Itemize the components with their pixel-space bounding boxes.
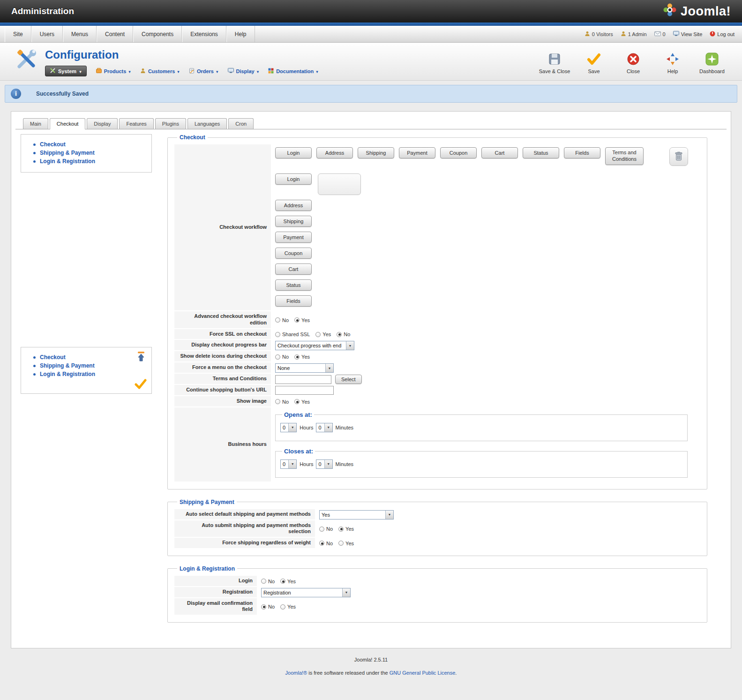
- sidebar-link-login-registration-2[interactable]: Login & Registration: [40, 371, 148, 377]
- sidebar-link-login-registration[interactable]: Login & Registration: [40, 158, 148, 165]
- opens-minutes-select[interactable]: 0: [316, 423, 332, 432]
- dashboard-button[interactable]: Dashboard: [694, 50, 730, 76]
- radio-icon[interactable]: [319, 541, 324, 546]
- radio-icon[interactable]: [261, 604, 266, 610]
- step-button-address[interactable]: Address: [316, 147, 353, 158]
- radio-icon[interactable]: [275, 332, 280, 337]
- tab-languages[interactable]: Languages: [187, 118, 227, 129]
- radio-option-yes[interactable]: Yes: [294, 317, 310, 323]
- closes-hours-select[interactable]: 0: [280, 459, 297, 469]
- tab-cron[interactable]: Cron: [228, 118, 254, 129]
- workflow-step-address[interactable]: Address: [275, 200, 312, 211]
- force-menu-select[interactable]: None: [275, 363, 334, 373]
- dropdown-arrow-icon[interactable]: [324, 423, 332, 432]
- logout-link[interactable]: Log out: [710, 31, 735, 38]
- registration-select[interactable]: Registration: [261, 588, 351, 597]
- radio-option-yes[interactable]: Yes: [294, 399, 310, 405]
- radio-option-shared-ssl[interactable]: Shared SSL: [275, 331, 310, 337]
- tab-main[interactable]: Main: [23, 118, 48, 129]
- radio-option-no[interactable]: No: [337, 331, 350, 337]
- terms-input[interactable]: [275, 375, 331, 384]
- workflow-step-login[interactable]: Login: [275, 173, 312, 185]
- step-button-terms-and-conditions[interactable]: Terms and Conditions: [605, 147, 644, 165]
- tab-checkout[interactable]: Checkout: [50, 118, 85, 129]
- dropdown-arrow-icon[interactable]: [342, 588, 350, 597]
- radio-option-yes[interactable]: Yes: [338, 526, 354, 532]
- menu-item-site[interactable]: Site: [5, 26, 31, 42]
- dropdown-arrow-icon[interactable]: [288, 423, 296, 432]
- sidebar-link-shipping-payment[interactable]: Shipping & Payment: [40, 150, 148, 156]
- radio-option-yes[interactable]: Yes: [294, 354, 310, 360]
- radio-icon[interactable]: [319, 527, 324, 532]
- close-button[interactable]: Close: [615, 50, 651, 76]
- workflow-step-payment[interactable]: Payment: [275, 232, 312, 243]
- menu-item-content[interactable]: Content: [97, 26, 133, 42]
- sidebar-link-checkout[interactable]: Checkout: [40, 141, 148, 148]
- tab-features[interactable]: Features: [119, 118, 153, 129]
- dropdown-arrow-icon[interactable]: [325, 364, 333, 372]
- radio-icon[interactable]: [294, 399, 300, 404]
- tab-plugins[interactable]: Plugins: [155, 118, 186, 129]
- closes-minutes-select[interactable]: 0: [316, 459, 332, 469]
- menu-item-menus[interactable]: Menus: [63, 26, 97, 42]
- sidebar-link-checkout-2[interactable]: Checkout: [40, 354, 148, 361]
- system-menu-button[interactable]: System: [45, 66, 87, 76]
- display-menu[interactable]: Display: [228, 68, 259, 74]
- step-button-fields[interactable]: Fields: [564, 147, 600, 158]
- menu-item-components[interactable]: Components: [133, 26, 182, 42]
- radio-option-no[interactable]: No: [319, 526, 333, 532]
- radio-option-yes[interactable]: Yes: [280, 604, 296, 610]
- gnu-license-link[interactable]: GNU General Public License: [390, 670, 456, 676]
- radio-icon[interactable]: [294, 354, 300, 360]
- radio-option-no[interactable]: No: [261, 579, 275, 584]
- step-button-login[interactable]: Login: [275, 147, 312, 158]
- radio-icon[interactable]: [280, 604, 285, 610]
- view-site-link[interactable]: View Site: [673, 31, 703, 37]
- step-button-shipping[interactable]: Shipping: [358, 147, 394, 158]
- workflow-dropzone[interactable]: [318, 173, 361, 195]
- products-menu[interactable]: Products: [96, 68, 131, 74]
- step-button-status[interactable]: Status: [523, 147, 559, 158]
- documentation-menu[interactable]: Documentation: [268, 68, 318, 75]
- dropdown-arrow-icon[interactable]: [324, 460, 332, 468]
- tab-display[interactable]: Display: [87, 118, 118, 129]
- radio-option-yes[interactable]: Yes: [280, 579, 296, 584]
- workflow-step-shipping[interactable]: Shipping: [275, 216, 312, 227]
- dropdown-arrow-icon[interactable]: [385, 511, 393, 519]
- menu-item-users[interactable]: Users: [31, 26, 63, 42]
- radio-icon[interactable]: [315, 332, 321, 337]
- radio-option-yes[interactable]: Yes: [338, 541, 354, 546]
- help-button[interactable]: Help: [655, 50, 690, 76]
- radio-icon[interactable]: [338, 541, 344, 546]
- workflow-step-fields[interactable]: Fields: [275, 295, 312, 307]
- step-button-cart[interactable]: Cart: [481, 147, 518, 158]
- radio-icon[interactable]: [275, 354, 280, 360]
- radio-option-no[interactable]: No: [319, 541, 333, 546]
- terms-select-button[interactable]: Select: [335, 375, 362, 384]
- menu-item-help[interactable]: Help: [226, 26, 255, 42]
- save-close-button[interactable]: Save & Close: [537, 50, 572, 76]
- workflow-step-cart[interactable]: Cart: [275, 263, 312, 275]
- radio-icon[interactable]: [275, 399, 280, 404]
- radio-option-no[interactable]: No: [275, 399, 289, 405]
- menu-item-extensions[interactable]: Extensions: [182, 26, 226, 42]
- step-button-coupon[interactable]: Coupon: [440, 147, 477, 158]
- radio-option-no[interactable]: No: [261, 604, 275, 610]
- dropdown-arrow-icon[interactable]: [288, 460, 296, 468]
- radio-option-yes[interactable]: Yes: [315, 331, 331, 337]
- workflow-step-coupon[interactable]: Coupon: [275, 248, 312, 259]
- sidebar-link-shipping-payment-2[interactable]: Shipping & Payment: [40, 362, 148, 369]
- save-button[interactable]: Save: [576, 50, 612, 76]
- progress-bar-select[interactable]: Checkout progress with end: [275, 341, 354, 350]
- radio-option-no[interactable]: No: [275, 354, 289, 360]
- radio-icon[interactable]: [294, 317, 300, 323]
- messages-status[interactable]: 0: [654, 31, 666, 37]
- auto-select-select[interactable]: Yes: [319, 510, 394, 519]
- radio-icon[interactable]: [338, 527, 344, 532]
- radio-icon[interactable]: [280, 579, 285, 584]
- step-button-payment[interactable]: Payment: [399, 147, 435, 158]
- workflow-step-status[interactable]: Status: [275, 279, 312, 291]
- radio-option-no[interactable]: No: [275, 317, 289, 323]
- opens-hours-select[interactable]: 0: [280, 423, 297, 432]
- joomla-site-link[interactable]: Joomla!®: [285, 670, 307, 676]
